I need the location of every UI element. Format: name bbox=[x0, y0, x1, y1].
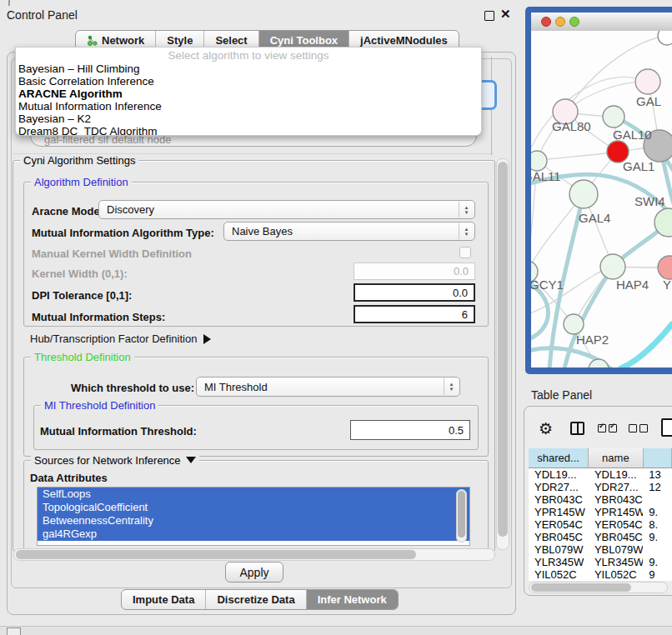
close-traffic-light[interactable] bbox=[541, 17, 551, 27]
stepper-icon: ▲▼ bbox=[459, 223, 474, 239]
table-cell: 9. bbox=[643, 506, 672, 518]
attribute-item[interactable]: BetweennessCentrality bbox=[38, 514, 469, 528]
kernel-width-field[interactable]: 0.0 bbox=[354, 262, 475, 280]
node-label: HAP4 bbox=[616, 278, 649, 292]
float-window-icon[interactable] bbox=[484, 11, 494, 21]
table-row[interactable]: YDL19...YDL19...13 bbox=[529, 468, 672, 481]
algorithm-option[interactable]: ARACNE Algorithm bbox=[16, 88, 481, 100]
node-table: shared...name YDL19...YDL19...13YDR27...… bbox=[529, 448, 672, 581]
table-cell: YBL079W bbox=[589, 543, 643, 556]
table-hscrollbar[interactable] bbox=[529, 582, 668, 593]
algorithm-option[interactable]: Dream8 DC_TDC Algorithm bbox=[16, 125, 481, 136]
network-edge[interactable] bbox=[537, 152, 618, 161]
settings-vscrollbar[interactable] bbox=[496, 158, 509, 550]
network-edge[interactable] bbox=[621, 324, 672, 368]
sources-title[interactable]: Sources for Network Inference bbox=[31, 454, 199, 467]
window-edge-tick bbox=[8, 0, 10, 6]
columns-icon[interactable] bbox=[570, 422, 584, 435]
network-window-titlebar[interactable] bbox=[531, 12, 672, 32]
unchecked-pair-icon[interactable] bbox=[629, 424, 648, 432]
node-label: GAL10 bbox=[613, 128, 652, 142]
table-row[interactable]: YDR27...YDR27...12 bbox=[529, 481, 672, 493]
node-label: HAP2 bbox=[576, 332, 609, 347]
network-node-hap4[interactable] bbox=[600, 254, 625, 279]
network-node-gal11[interactable] bbox=[531, 151, 547, 171]
checked-pair-icon[interactable] bbox=[598, 424, 617, 432]
attribute-item[interactable]: gal4RGexp bbox=[38, 528, 469, 541]
node-label: GAL11 bbox=[531, 169, 561, 183]
tab-discretize-data[interactable]: Discretize Data bbox=[205, 590, 305, 609]
document-icon[interactable] bbox=[661, 418, 672, 437]
table-cell: YDL19... bbox=[529, 468, 589, 481]
mi-steps-field[interactable]: 6 bbox=[354, 305, 475, 323]
which-threshold-label: Which threshold to use: bbox=[71, 382, 194, 394]
dpi-tolerance-label: DPI Tolerance [0,1]: bbox=[32, 289, 132, 302]
zoom-traffic-light[interactable] bbox=[569, 17, 579, 27]
algorithm-option[interactable]: Bayesian – K2 bbox=[16, 112, 481, 125]
table-row[interactable]: YBR043CYBR043C bbox=[529, 493, 672, 506]
network-node-gal[interactable] bbox=[635, 69, 660, 94]
node-label: GAL80 bbox=[552, 119, 591, 133]
column-header[interactable]: shared... bbox=[529, 448, 589, 468]
tab-impute-data[interactable]: Impute Data bbox=[122, 590, 205, 609]
algorithm-option[interactable]: Mutual Information Inference bbox=[16, 100, 481, 112]
mi-steps-label: Mutual Information Steps: bbox=[32, 311, 165, 323]
node-label: GAL1 bbox=[623, 159, 654, 173]
network-node[interactable] bbox=[589, 359, 609, 368]
table-cell: YDR27... bbox=[529, 481, 589, 493]
table-row[interactable]: YER054CYER054C8. bbox=[529, 518, 672, 531]
table-cell: 8. bbox=[643, 518, 672, 531]
table-cell: YLR345W bbox=[589, 556, 643, 568]
apply-button[interactable]: Apply bbox=[225, 562, 283, 582]
manual-kernel-label: Manual Kernel Width Definition bbox=[32, 248, 192, 260]
table-row[interactable]: YBR045CYBR045C9. bbox=[529, 531, 672, 543]
dpi-tolerance-field[interactable]: 0.0 bbox=[354, 283, 475, 302]
table-cell bbox=[643, 493, 672, 506]
algorithm-dropdown-popup: Select algorithm to view settings Bayesi… bbox=[15, 47, 482, 136]
mi-threshold-field[interactable]: 0.5 bbox=[350, 420, 470, 440]
data-attributes-list[interactable]: SelfLoopsTopologicalCoefficientBetweenne… bbox=[37, 487, 470, 546]
table-cell bbox=[643, 543, 672, 556]
settings-hscrollbar[interactable] bbox=[13, 548, 495, 561]
table-row[interactable]: YIL052CYIL052C9 bbox=[529, 568, 672, 581]
table-row[interactable]: YLR345WYLR345W9. bbox=[529, 556, 672, 568]
manual-kernel-checkbox[interactable] bbox=[459, 247, 471, 258]
table-cell: YBL079W bbox=[529, 543, 589, 556]
attribute-item[interactable]: SelfLoops bbox=[38, 488, 469, 501]
algorithm-option[interactable]: Basic Correlation Inference bbox=[16, 75, 481, 88]
table-cell: YBR045C bbox=[529, 531, 589, 543]
table-cell: YBR045C bbox=[589, 531, 643, 543]
node-label: GCY1 bbox=[531, 278, 564, 292]
threshold-definition-title: Threshold Definition bbox=[31, 351, 134, 363]
list-vscrollbar[interactable] bbox=[456, 489, 467, 542]
table-row[interactable]: YBL079WYBL079W bbox=[529, 543, 672, 556]
network-node[interactable] bbox=[658, 31, 672, 45]
stepper-icon: ▲▼ bbox=[444, 378, 459, 395]
table-cell: 13 bbox=[643, 468, 672, 481]
table-cell: 9 bbox=[643, 568, 672, 581]
table-cell: YBR043C bbox=[589, 493, 643, 506]
network-node-y[interactable] bbox=[658, 256, 672, 279]
network-node-gal4[interactable] bbox=[569, 180, 598, 208]
node-label: Y bbox=[663, 278, 671, 292]
algorithm-option[interactable]: Bayesian – Hill Climbing bbox=[16, 62, 481, 75]
column-header[interactable] bbox=[644, 448, 672, 468]
network-node-hap2[interactable] bbox=[564, 314, 584, 334]
table-cell: YER054C bbox=[529, 518, 589, 531]
which-threshold-select[interactable]: MI Threshold ▲▼ bbox=[196, 377, 460, 397]
table-row[interactable]: YPR145WYPR145W9. bbox=[529, 506, 672, 518]
gear-icon[interactable]: ⚙ bbox=[539, 419, 553, 438]
attribute-item[interactable]: TopologicalCoefficient bbox=[38, 501, 469, 514]
hub-definition-expander[interactable]: Hub/Transcription Factor Definition bbox=[30, 332, 211, 345]
mi-type-select[interactable]: Naive Bayes ▲▼ bbox=[223, 222, 475, 241]
tab-infer-network[interactable]: Infer Network bbox=[306, 590, 398, 609]
column-header[interactable]: name bbox=[589, 448, 643, 468]
table-cell: 9. bbox=[643, 556, 672, 568]
network-node-gal10[interactable] bbox=[603, 106, 624, 128]
minimized-panel-icon[interactable] bbox=[7, 628, 21, 635]
minimize-traffic-light[interactable] bbox=[555, 17, 565, 27]
aracne-mode-select[interactable]: Discovery ▲▼ bbox=[98, 200, 475, 219]
network-view[interactable]: GALGAL80GAL10GAL1GAL11GAL4SWI4GCY1YHAP4H… bbox=[531, 31, 672, 368]
table-cell: YPR145W bbox=[529, 506, 589, 518]
close-icon[interactable]: ✕ bbox=[500, 7, 511, 22]
